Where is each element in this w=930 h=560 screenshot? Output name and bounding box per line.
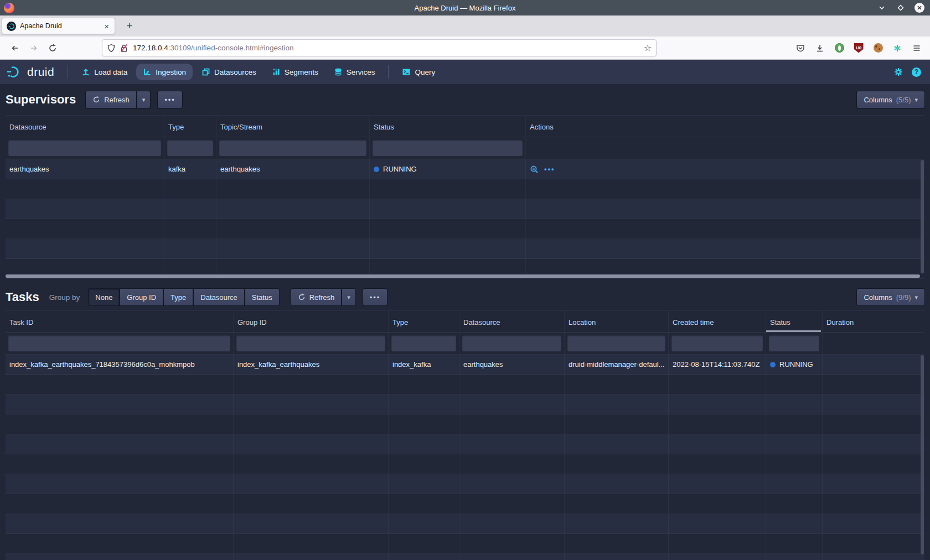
group-by-datasource-button[interactable]: Datasource — [194, 289, 244, 305]
nav-item-segments[interactable]: Segments — [265, 64, 325, 80]
privacy-badger-extension-icon[interactable] — [831, 40, 847, 56]
group-id-filter-input[interactable] — [236, 335, 385, 351]
firefox-window: Apache Druid — Mozilla Firefox Apache Dr… — [0, 0, 930, 560]
supervisors-vertical-scrollbar[interactable] — [921, 160, 924, 273]
column-header-status-sorted[interactable]: Status — [766, 311, 823, 332]
column-header-datasource[interactable]: Datasource — [6, 116, 164, 137]
tab-apache-druid[interactable]: Apache Druid × — [2, 18, 115, 34]
column-header-status[interactable]: Status — [370, 116, 526, 137]
tasks-refresh-caret-button[interactable]: ▾ — [342, 289, 355, 305]
type-filter-input[interactable] — [391, 335, 456, 351]
settings-gear-icon[interactable] — [894, 68, 903, 76]
tasks-columns-button[interactable]: Columns (9/9) ▾ — [857, 289, 924, 305]
column-header-created-time[interactable]: Created time — [669, 311, 766, 332]
window-close-icon[interactable] — [914, 3, 924, 13]
pocket-icon[interactable] — [793, 40, 808, 56]
window-maximize-diamond-icon[interactable] — [896, 3, 906, 13]
supervisor-status: RUNNING — [370, 159, 526, 179]
nav-item-ingestion[interactable]: Ingestion — [136, 64, 193, 80]
tab-title: Apache Druid — [20, 22, 103, 30]
group-by-type-button[interactable]: Type — [164, 289, 193, 305]
supervisor-datasource[interactable]: earthquakes — [6, 159, 164, 179]
supervisors-table-body: earthquakes kafka earthquakes RUNNING ••… — [6, 159, 924, 279]
bookmark-star-icon[interactable]: ☆ — [644, 43, 652, 53]
insecure-lock-icon[interactable] — [120, 44, 128, 53]
window-title: Apache Druid — Mozilla Firefox — [0, 4, 930, 12]
datasource-filter-input[interactable] — [8, 140, 161, 156]
column-header-task-id[interactable]: Task ID — [6, 311, 234, 332]
column-header-type[interactable]: Type — [164, 116, 216, 137]
tasks-more-button[interactable]: ••• — [363, 289, 388, 305]
task-row[interactable]: index_kafka_earthquakes_7184357396d6c0a_… — [6, 355, 924, 375]
group-by-none-button[interactable]: None — [89, 289, 119, 305]
column-header-location[interactable]: Location — [565, 311, 669, 332]
created-time-filter-input[interactable] — [671, 335, 763, 351]
supervisors-refresh-caret-button[interactable]: ▾ — [137, 91, 151, 108]
druid-brand[interactable]: druid — [7, 65, 54, 79]
column-header-type[interactable]: Type — [389, 311, 459, 332]
column-header-duration[interactable]: Duration — [823, 311, 924, 332]
tasks-vertical-scrollbar[interactable] — [921, 355, 924, 554]
task-group-id: index_kafka_earthquakes — [234, 355, 389, 374]
druid-navbar: druid Load data Ingestion Datasources — [0, 60, 930, 84]
column-header-actions[interactable]: Actions — [526, 116, 924, 137]
url-bar[interactable]: 172.18.0.4:30109/unified-console.html#in… — [102, 39, 657, 56]
supervisors-more-button[interactable]: ••• — [158, 91, 182, 108]
nav-item-query[interactable]: Query — [395, 64, 442, 80]
tracking-shield-icon[interactable] — [107, 44, 116, 53]
tasks-refresh-button[interactable]: Refresh — [291, 289, 342, 305]
help-icon[interactable]: ? — [912, 68, 921, 77]
supervisors-title: Supervisors — [6, 92, 76, 107]
nav-item-load-data[interactable]: Load data — [75, 64, 134, 80]
cookie-extension-icon[interactable] — [870, 40, 886, 56]
empty-row — [6, 534, 924, 554]
type-filter-input[interactable] — [167, 140, 213, 156]
supervisors-horizontal-scrollbar[interactable] — [6, 274, 920, 278]
row-more-icon[interactable]: ••• — [544, 165, 555, 173]
brand-name: druid — [27, 65, 54, 79]
forward-icon[interactable] — [24, 40, 43, 56]
supervisors-columns-button[interactable]: Columns (5/5) ▾ — [857, 91, 924, 108]
chevron-down-icon: ▾ — [914, 96, 918, 103]
location-filter-input[interactable] — [567, 335, 665, 351]
supervisor-row[interactable]: earthquakes kafka earthquakes RUNNING ••… — [6, 159, 924, 179]
column-header-topic-stream[interactable]: Topic/Stream — [216, 116, 370, 137]
back-icon[interactable] — [6, 40, 24, 56]
nav-item-services[interactable]: Services — [327, 64, 382, 80]
multi-account-containers-extension-icon[interactable] — [890, 40, 905, 56]
task-id-filter-input[interactable] — [8, 335, 230, 351]
empty-row — [6, 454, 924, 474]
download-icon[interactable] — [812, 40, 828, 56]
status-filter-input[interactable] — [769, 335, 819, 351]
window-minimize-chevron-icon[interactable] — [877, 3, 887, 13]
supervisors-refresh-button[interactable]: Refresh — [86, 91, 136, 108]
nav-item-datasources[interactable]: Datasources — [195, 64, 263, 80]
tasks-title: Tasks — [6, 290, 39, 304]
task-id[interactable]: index_kafka_earthquakes_7184357396d6c0a_… — [6, 355, 234, 374]
datasource-filter-input[interactable] — [462, 335, 561, 351]
column-header-datasource[interactable]: Datasource — [459, 311, 565, 332]
status-text: RUNNING — [383, 165, 417, 173]
empty-row — [6, 239, 924, 259]
status-filter-input[interactable] — [373, 140, 523, 156]
supervisors-header: Supervisors Refresh ▾ ••• Columns (5/5) … — [6, 84, 924, 115]
tasks-table-header: Task ID Group ID Type Datasource Locatio… — [6, 311, 924, 333]
group-by-group-id-button[interactable]: Group ID — [120, 289, 163, 305]
tab-close-icon[interactable]: × — [103, 22, 110, 31]
ublock-extension-icon[interactable]: U0 — [851, 40, 866, 56]
columns-count: (9/9) — [896, 293, 911, 302]
console-content: Supervisors Refresh ▾ ••• Columns (5/5) … — [0, 84, 930, 560]
detail-magnifier-icon[interactable] — [530, 165, 539, 174]
task-type: index_kafka — [389, 355, 459, 374]
column-header-group-id[interactable]: Group ID — [234, 311, 389, 332]
menu-hamburger-icon[interactable] — [909, 40, 924, 56]
task-location: druid-middlemanager-defaul... — [565, 355, 669, 374]
empty-row — [6, 199, 924, 219]
reload-icon[interactable] — [43, 40, 62, 56]
url-text[interactable]: 172.18.0.4:30109/unified-console.html#in… — [133, 44, 639, 52]
new-tab-button[interactable]: + — [122, 20, 137, 32]
topic-stream-filter-input[interactable] — [219, 140, 366, 156]
group-by-status-button[interactable]: Status — [245, 289, 279, 305]
status-text: RUNNING — [779, 360, 813, 369]
druid-logo-icon — [7, 66, 23, 78]
